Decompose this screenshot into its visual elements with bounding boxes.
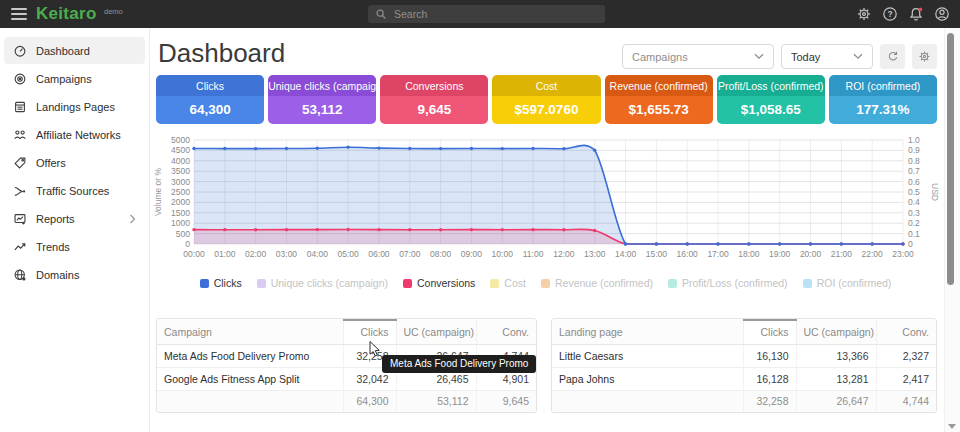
refresh-button[interactable] [880,44,905,69]
svg-text:0.2: 0.2 [908,218,920,228]
svg-text:21:00: 21:00 [831,249,853,259]
sidebar-item-traffic-sources[interactable]: Traffic Sources [4,177,145,204]
report-icon [13,212,27,226]
stat-card-roi-confirmed[interactable]: ROI (confirmed)177.31% [829,75,937,124]
svg-text:2000: 2000 [171,197,190,207]
settings-icon[interactable] [855,6,872,23]
svg-text:0.1: 0.1 [908,229,920,239]
legend-item-unique-clicks-campaign[interactable]: Unique clicks (campaign) [257,277,388,289]
stat-card-clicks[interactable]: Clicks64,300 [156,75,264,124]
legend-item-revenue-confirmed[interactable]: Revenue (confirmed) [541,277,653,289]
campaigns-filter-select[interactable]: Campaigns [622,44,774,69]
sidebar-item-affiliate-networks[interactable]: Affiliate Networks [4,121,145,148]
sidebar-item-label: Campaigns [36,73,92,85]
legend-item-conversions[interactable]: Conversions [403,277,475,289]
row-name-cell[interactable]: Google Ads Fitness App Split [157,367,343,390]
help-icon[interactable]: ? [881,6,898,23]
legend-swatch [200,279,209,288]
svg-text:0.8: 0.8 [908,156,920,166]
svg-text:05:00: 05:00 [337,249,359,259]
total-cell: 64,300 [343,390,396,412]
total-cell: 32,258 [743,390,796,412]
total-cell: 53,112 [396,390,476,412]
legend-swatch [668,279,677,288]
stat-card-label: Profit/Loss (confirmed) [717,75,825,96]
legend-label: Unique clicks (campaign) [271,277,388,289]
stat-card-profit-loss-confirmed[interactable]: Profit/Loss (confirmed)$1,058.65 [717,75,825,124]
date-range-select[interactable]: Today [781,44,873,69]
svg-text:06:00: 06:00 [368,249,390,259]
sidebar-item-dashboard[interactable]: Dashboard [4,37,145,64]
svg-text:Volume or %: Volume or % [153,167,163,216]
legend-label: Revenue (confirmed) [555,277,653,289]
svg-text:2500: 2500 [171,187,190,197]
legend-item-roi-confirmed[interactable]: ROI (confirmed) [803,277,892,289]
legend-item-clicks[interactable]: Clicks [200,277,242,289]
total-cell: 4,744 [876,390,936,412]
gear-icon [918,50,931,63]
row-name-cell[interactable]: Papa Johns [552,367,743,390]
account-icon[interactable] [933,6,950,23]
sidebar-item-offers[interactable]: Offers [4,149,145,176]
menu-toggle-icon[interactable] [11,8,27,20]
totals-row: 32,25826,6474,744 [552,390,936,412]
chart-legend: ClicksUnique clicks (campaign)Conversion… [150,277,941,289]
svg-text:0: 0 [185,239,190,249]
table-row[interactable]: Papa Johns16,12813,2812,417 [552,367,936,390]
sidebar-item-reports[interactable]: Reports [4,205,145,232]
stat-card-conversions[interactable]: Conversions9,645 [380,75,488,124]
scrollbar-thumb[interactable] [947,33,954,285]
search-input[interactable] [392,7,598,21]
row-hover-tooltip: Meta Ads Food Delivery Promo [382,355,536,373]
column-header-uc-campaign[interactable]: UC (campaign) [396,320,476,344]
svg-text:04:00: 04:00 [307,249,329,259]
legend-label: ROI (confirmed) [817,277,892,289]
value-cell: 16,128 [743,367,796,390]
sidebar-item-trends[interactable]: Trends [4,233,145,260]
column-header-conv[interactable]: Conv. [476,320,536,344]
column-header-clicks[interactable]: Clicks [743,320,796,344]
stat-card-value: $597.0760 [492,96,600,124]
legend-label: Profit/Loss (confirmed) [682,277,788,289]
column-header-uc-campaign[interactable]: UC (campaign) [796,320,876,344]
legend-label: Conversions [417,277,475,289]
dashboard-icon [13,44,27,58]
value-cell: 16,130 [743,344,796,367]
sidebar-item-landings-pages[interactable]: Landings Pages [4,93,145,120]
sidebar-item-label: Dashboard [36,45,90,57]
stat-card-revenue-confirmed[interactable]: Revenue (confirmed)$1,655.73 [605,75,713,124]
sidebar-item-campaigns[interactable]: Campaigns [4,65,145,92]
stat-card-unique-clicks-campaign[interactable]: Unique clicks (campaign)53,112 [268,75,376,124]
svg-text:3000: 3000 [171,177,190,187]
value-cell: 2,417 [876,367,936,390]
row-name-cell[interactable]: Meta Ads Food Delivery Promo [157,344,343,367]
legend-swatch [541,279,550,288]
column-header-campaign[interactable]: Campaign [157,320,343,344]
sidebar-item-domains[interactable]: Domains [4,261,145,288]
app-logo[interactable]: Keitaro [36,4,97,24]
svg-text:1.0: 1.0 [908,135,920,145]
table-row[interactable]: Little Caesars16,13013,3662,327 [552,344,936,367]
row-name-cell[interactable]: Little Caesars [552,344,743,367]
campaigns-filter-value: Campaigns [632,51,688,63]
svg-text:5000: 5000 [171,135,190,145]
svg-text:0.5: 0.5 [908,187,920,197]
svg-text:15:00: 15:00 [646,249,668,259]
scrollbar-down-arrow-icon[interactable] [948,424,956,429]
stat-card-label: Revenue (confirmed) [605,75,713,96]
column-header-conv[interactable]: Conv. [876,320,936,344]
svg-text:1500: 1500 [171,208,190,218]
column-header-landing-page[interactable]: Landing page [552,320,743,344]
column-header-clicks[interactable]: Clicks [343,320,396,344]
legend-item-profit-loss-confirmed[interactable]: Profit/Loss (confirmed) [668,277,788,289]
trend-icon [13,240,27,254]
legend-item-cost[interactable]: Cost [490,277,526,289]
global-search[interactable] [368,5,605,23]
svg-text:19:00: 19:00 [769,249,791,259]
notifications-icon[interactable] [907,6,924,23]
summary-tables: CampaignClicksUC (campaign)Conv.Meta Ads… [156,318,937,413]
legend-swatch [257,279,266,288]
dashboard-settings-button[interactable] [912,44,937,69]
stat-card-cost[interactable]: Cost$597.0760 [492,75,600,124]
merge-icon [13,184,27,198]
